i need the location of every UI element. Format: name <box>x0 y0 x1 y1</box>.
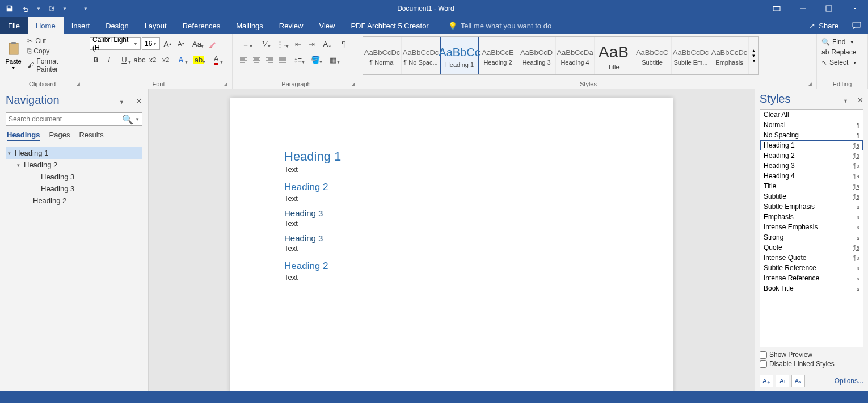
bold-icon[interactable]: B <box>90 53 102 66</box>
doc-h3[interactable]: Heading 3 <box>284 208 619 218</box>
doc-text[interactable]: Text <box>284 194 619 203</box>
show-marks-icon[interactable]: ¶ <box>337 37 349 50</box>
nav-tab-pages[interactable]: Pages <box>49 131 70 141</box>
borders-icon[interactable]: ▦▼ <box>325 53 342 66</box>
select-button[interactable]: ↖Select▼ <box>819 58 859 67</box>
style-list-item[interactable]: Intense Quote¶a <box>760 253 863 263</box>
style-list-item[interactable]: Heading 2¶a <box>760 150 863 161</box>
justify-icon[interactable] <box>276 53 289 66</box>
style-list-item[interactable]: Heading 4¶a <box>760 171 863 181</box>
tab-layout[interactable]: Layout <box>137 17 175 34</box>
font-color-icon[interactable]: A▼ <box>208 53 225 66</box>
nav-tree-item[interactable]: Heading 3 <box>6 183 142 195</box>
style-inspector-icon[interactable]: Aᵢ <box>776 375 789 387</box>
style-gallery-item[interactable]: AaBTitle <box>595 37 633 74</box>
shading-icon[interactable]: 🪣▼ <box>307 53 324 66</box>
style-list-item[interactable]: Subtitle¶a <box>760 191 863 202</box>
tab-home[interactable]: Home <box>28 17 64 34</box>
align-left-icon[interactable] <box>237 53 250 66</box>
nav-search-box[interactable]: 🔍▼ <box>6 112 142 126</box>
doc-text[interactable]: Text <box>284 165 619 174</box>
align-center-icon[interactable] <box>250 53 263 66</box>
undo-icon[interactable] <box>20 3 31 14</box>
share-button[interactable]: ↗ Share <box>802 17 845 34</box>
tab-view[interactable]: View <box>311 17 343 34</box>
tab-mailings[interactable]: Mailings <box>228 17 271 34</box>
comments-icon[interactable] <box>845 17 868 34</box>
styles-launcher-icon[interactable]: ◢ <box>806 81 813 87</box>
redo-icon[interactable] <box>47 3 57 14</box>
tab-review[interactable]: Review <box>271 17 311 34</box>
document-page[interactable]: Heading 1TextHeading 2TextHeading 3TextH… <box>230 98 673 391</box>
numbering-icon[interactable]: ⅟▼ <box>255 37 272 50</box>
line-spacing-icon[interactable]: ↕≡▼ <box>289 53 306 66</box>
style-list-item[interactable]: Heading 1¶a <box>760 140 863 150</box>
superscript-icon[interactable]: x2 <box>159 53 172 66</box>
font-launcher-icon[interactable]: ◢ <box>222 81 229 87</box>
grow-font-icon[interactable]: A▴ <box>161 37 174 50</box>
style-gallery-item[interactable]: AaBbCcDaHeading 4 <box>556 37 595 74</box>
tree-toggle-icon[interactable]: ▾ <box>17 162 24 168</box>
show-preview-checkbox[interactable]: Show Preview <box>760 351 863 359</box>
paste-button[interactable]: Paste ▼ <box>2 35 24 75</box>
manage-styles-icon[interactable]: Aₒ <box>791 375 805 387</box>
multilevel-icon[interactable]: ⋮≡▼ <box>273 37 290 50</box>
style-list-item[interactable]: Book Titlea <box>760 283 863 293</box>
align-right-icon[interactable] <box>263 53 276 66</box>
decrease-indent-icon[interactable]: ⇤ <box>292 37 304 50</box>
change-case-icon[interactable]: Aa▼ <box>188 37 205 50</box>
nav-tab-results[interactable]: Results <box>79 131 103 141</box>
style-list-item[interactable]: Stronga <box>760 232 863 242</box>
clear-formatting-icon[interactable] <box>207 37 219 50</box>
style-list-item[interactable]: Title¶a <box>760 181 863 191</box>
style-list-item[interactable]: Heading 3¶a <box>760 161 863 171</box>
tab-insert[interactable]: Insert <box>64 17 98 34</box>
text-effects-icon[interactable]: A▼ <box>172 53 189 66</box>
style-list-item[interactable]: No Spacing¶ <box>760 130 863 140</box>
style-list-item[interactable]: Clear All <box>760 110 863 120</box>
minimize-icon[interactable] <box>790 0 816 17</box>
nav-close-icon[interactable]: ✕ <box>136 96 142 106</box>
shrink-font-icon[interactable]: A▾ <box>175 37 187 50</box>
save-icon[interactable] <box>5 3 15 14</box>
style-list-item[interactable]: Emphasisa <box>760 212 863 222</box>
nav-tree-item[interactable]: Heading 3 <box>6 171 142 183</box>
tab-references[interactable]: References <box>175 17 228 34</box>
style-gallery-item[interactable]: AaBbCcHeading 1 <box>440 37 479 74</box>
replace-button[interactable]: abReplace <box>819 48 859 57</box>
nav-dropdown-icon[interactable]: ▼ <box>119 99 136 105</box>
nav-tree-item[interactable]: ▾Heading 1 <box>6 147 142 159</box>
style-list-item[interactable]: Subtle Emphasisa <box>760 202 863 212</box>
font-size-combo[interactable]: 16▼ <box>142 37 160 50</box>
cut-button[interactable]: ✂Cut <box>26 36 82 45</box>
underline-icon[interactable]: U▼ <box>116 53 133 66</box>
highlight-icon[interactable]: ab▼ <box>190 53 207 66</box>
doc-h2[interactable]: Heading 2 <box>284 261 619 272</box>
style-gallery-item[interactable]: AaBbCcDHeading 3 <box>517 37 556 74</box>
doc-text[interactable]: Text <box>284 273 619 282</box>
format-painter-button[interactable]: 🖌Format Painter <box>26 57 82 74</box>
bullets-icon[interactable]: ≡▼ <box>237 37 254 50</box>
tab-design[interactable]: Design <box>98 17 136 34</box>
styles-pane-close-icon[interactable]: ✕ <box>857 96 863 104</box>
nav-tab-headings[interactable]: Headings <box>7 131 40 141</box>
nav-tree-item[interactable]: Heading 2 <box>6 195 142 207</box>
italic-icon[interactable]: I <box>103 53 115 66</box>
style-gallery-item[interactable]: AaBbCcDcEmphasis <box>710 37 749 74</box>
search-input[interactable] <box>9 115 122 123</box>
maximize-icon[interactable] <box>816 0 842 17</box>
doc-text[interactable]: Text <box>284 244 619 253</box>
ribbon-display-icon[interactable] <box>764 0 790 17</box>
subscript-icon[interactable]: x2 <box>146 53 159 66</box>
new-style-icon[interactable]: A₊ <box>760 375 773 387</box>
style-list-item[interactable]: Subtle Referencea <box>760 263 863 273</box>
style-gallery-item[interactable]: AaBbCcDc¶ Normal <box>363 37 402 74</box>
document-canvas[interactable]: Heading 1TextHeading 2TextHeading 3TextH… <box>149 89 755 391</box>
style-list-item[interactable]: Intense Emphasisa <box>760 222 863 232</box>
paragraph-launcher-icon[interactable]: ◢ <box>349 81 356 87</box>
doc-h1[interactable]: Heading 1 <box>284 149 619 164</box>
style-gallery-item[interactable]: AaBbCcDcSubtle Em... <box>672 37 710 74</box>
increase-indent-icon[interactable]: ⇥ <box>305 37 318 50</box>
nav-tree-item[interactable]: ▾Heading 2 <box>6 159 142 171</box>
tell-me-search[interactable]: 💡 Tell me what you want to do <box>437 17 551 34</box>
